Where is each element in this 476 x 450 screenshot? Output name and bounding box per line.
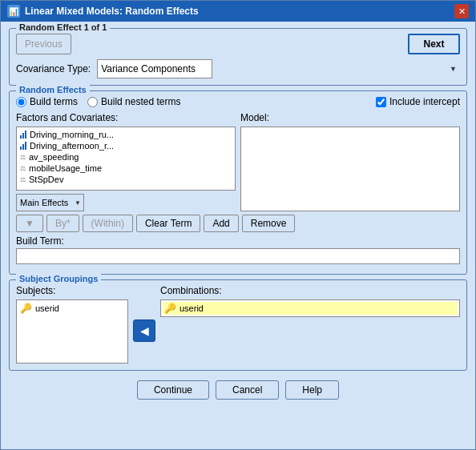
list-item[interactable]: 🔑 userid bbox=[163, 302, 458, 315]
main-area: Factors and Covariates: Driving_morning_… bbox=[16, 112, 460, 211]
scale-icon: ⚖ bbox=[20, 154, 26, 161]
factor-name: Driving_morning_ru... bbox=[30, 130, 114, 139]
window-icon: 📊 bbox=[7, 5, 20, 18]
subjects-col: Subjects: 🔑 userid bbox=[16, 285, 128, 364]
factor-name: Driving_afternoon_r... bbox=[30, 141, 114, 151]
include-intercept-checkbox[interactable] bbox=[376, 97, 386, 107]
build-term-label: Build Term: bbox=[16, 235, 460, 247]
covariance-label: Covariance Type: bbox=[16, 63, 91, 74]
build-terms-label: Build terms bbox=[30, 96, 78, 107]
btn-row: ▼ By* (Within) Clear Term Add Remove bbox=[16, 215, 460, 232]
arrow-down-button[interactable]: ▼ bbox=[16, 215, 43, 232]
main-effects-wrapper: Main Effects Interaction All 2-way All 3… bbox=[16, 194, 84, 211]
main-content: Random Effect 1 of 1 Previous Next Covar… bbox=[1, 22, 475, 449]
help-button[interactable]: Help bbox=[285, 380, 339, 400]
footer-buttons: Continue Cancel Help bbox=[9, 376, 467, 403]
covariance-select-wrapper: Variance ComponentsUnstructuredDiagonalA… bbox=[97, 59, 460, 78]
include-intercept-label[interactable]: Include intercept bbox=[376, 96, 460, 107]
next-button[interactable]: Next bbox=[408, 34, 460, 54]
title-bar: 📊 Linear Mixed Models: Random Effects ✕ bbox=[1, 1, 475, 22]
key-icon: 🔑 bbox=[20, 303, 32, 314]
factor-name: StSpDev bbox=[29, 175, 63, 184]
subject-area: Subjects: 🔑 userid ◀ Combinations: bbox=[16, 285, 460, 364]
random-effects-section: Random Effects Build terms Build nested … bbox=[9, 90, 467, 275]
left-panel: Factors and Covariates: Driving_morning_… bbox=[16, 112, 236, 211]
covariance-select[interactable]: Variance ComponentsUnstructuredDiagonalA… bbox=[97, 59, 212, 78]
build-nested-label: Build nested terms bbox=[101, 96, 180, 107]
list-item[interactable]: Driving_morning_ru... bbox=[18, 129, 233, 140]
by-button[interactable]: By* bbox=[46, 215, 79, 232]
random-effect-label: Random Effect 1 of 1 bbox=[16, 22, 110, 32]
subjects-label: Subjects: bbox=[16, 285, 128, 296]
add-button[interactable]: Add bbox=[204, 215, 238, 232]
build-term-input[interactable] bbox=[16, 248, 460, 264]
subjects-list[interactable]: 🔑 userid bbox=[16, 299, 128, 364]
factors-list[interactable]: Driving_morning_ru... Driving_afternoon_… bbox=[16, 127, 236, 191]
cancel-button[interactable]: Cancel bbox=[216, 380, 279, 400]
main-window: 📊 Linear Mixed Models: Random Effects ✕ … bbox=[0, 0, 476, 450]
dropdown-row: Main Effects Interaction All 2-way All 3… bbox=[16, 194, 236, 211]
continue-button[interactable]: Continue bbox=[137, 380, 209, 400]
factor-name: av_speeding bbox=[29, 152, 79, 162]
covariance-row: Covariance Type: Variance ComponentsUnst… bbox=[16, 59, 460, 78]
combinations-list[interactable]: 🔑 userid bbox=[160, 299, 460, 317]
combinations-label: Combinations: bbox=[160, 285, 460, 296]
subject-groupings-label: Subject Groupings bbox=[16, 274, 101, 283]
nav-row: Previous Next bbox=[16, 34, 460, 54]
window-title: Linear Mixed Models: Random Effects bbox=[25, 6, 199, 17]
bar-chart-icon bbox=[20, 142, 26, 150]
previous-button[interactable]: Previous bbox=[16, 34, 71, 54]
close-button[interactable]: ✕ bbox=[454, 4, 469, 18]
key-icon: 🔑 bbox=[164, 303, 176, 314]
build-terms-radio[interactable] bbox=[16, 97, 26, 107]
radio-row: Build terms Build nested terms Include i… bbox=[16, 96, 460, 107]
scale-icon: ⚖ bbox=[20, 176, 26, 183]
include-intercept-text: Include intercept bbox=[389, 96, 460, 107]
main-effects-select[interactable]: Main Effects Interaction All 2-way All 3… bbox=[16, 194, 84, 211]
build-term-section: Build Term: bbox=[16, 235, 460, 264]
combinations-col: Combinations: 🔑 userid bbox=[160, 285, 460, 317]
list-item[interactable]: ⚖ StSpDev bbox=[18, 174, 233, 185]
remove-button[interactable]: Remove bbox=[242, 215, 296, 232]
build-nested-radio[interactable] bbox=[87, 97, 98, 107]
subject-groupings-section: Subject Groupings Subjects: 🔑 userid ◀ bbox=[9, 279, 467, 371]
build-nested-radio-label[interactable]: Build nested terms bbox=[87, 96, 180, 107]
model-label: Model: bbox=[240, 112, 460, 123]
list-item[interactable]: Driving_afternoon_r... bbox=[18, 140, 233, 151]
build-terms-radio-label[interactable]: Build terms bbox=[16, 96, 78, 107]
within-button[interactable]: (Within) bbox=[83, 215, 133, 232]
factor-name: mobileUsage_time bbox=[29, 163, 102, 173]
scale-icon: ⚖ bbox=[20, 165, 26, 172]
random-effect-group: Random Effect 1 of 1 Previous Next Covar… bbox=[9, 28, 467, 86]
clear-term-button[interactable]: Clear Term bbox=[136, 215, 200, 232]
subject-name: userid bbox=[35, 303, 59, 313]
model-box[interactable] bbox=[240, 127, 460, 211]
transfer-button[interactable]: ◀ bbox=[133, 319, 155, 342]
right-panel: Model: bbox=[240, 112, 460, 211]
list-item[interactable]: ⚖ mobileUsage_time bbox=[18, 163, 233, 174]
list-item[interactable]: 🔑 userid bbox=[18, 302, 126, 315]
bar-chart-icon bbox=[20, 131, 26, 139]
random-effects-label: Random Effects bbox=[16, 85, 90, 94]
factors-label: Factors and Covariates: bbox=[16, 112, 236, 123]
list-item[interactable]: ⚖ av_speeding bbox=[18, 151, 233, 163]
combination-name: userid bbox=[180, 303, 204, 313]
